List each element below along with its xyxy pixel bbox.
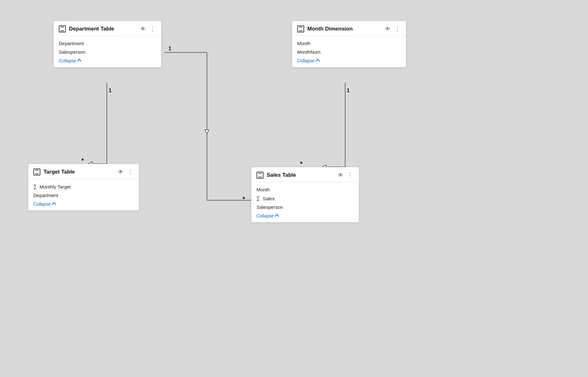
sales-field-salesperson: Salesperson: [256, 203, 354, 211]
target-field-department: Department: [33, 191, 134, 200]
target-collapse-label: Collapse: [33, 202, 51, 207]
target-table-title: Target Table: [44, 169, 114, 175]
sales-table: Sales Table 👁 ⋮ Month ∑ Sales Salesperso…: [251, 167, 359, 223]
month-dimension-table: Month Dimension 👁 ⋮ Month MonthNum Colla…: [292, 21, 406, 67]
month-dimension-table-body: Month MonthNum Collapse: [292, 36, 406, 67]
target-chevron-up-icon: [52, 202, 56, 207]
sales-table-actions: 👁 ⋮: [337, 172, 354, 179]
sales-chevron-up-icon: [275, 214, 279, 218]
department-menu-icon[interactable]: ⋮: [149, 25, 156, 32]
sales-field-label: Sales: [263, 196, 275, 201]
month-dimension-collapse-label: Collapse: [297, 58, 314, 63]
sales-month-field-label: Month: [256, 187, 270, 192]
sales-eye-icon[interactable]: 👁: [337, 172, 344, 179]
department-eye-icon[interactable]: 👁: [140, 25, 147, 32]
sales-field-month: Month: [256, 185, 354, 194]
svg-marker-8: [205, 130, 209, 134]
department-collapse-label: Collapse: [59, 58, 76, 63]
sales-table-body: Month ∑ Sales Salesperson Collapse: [251, 182, 359, 222]
target-eye-icon[interactable]: 👁: [117, 168, 124, 175]
target-table-actions: 👁 ⋮: [117, 168, 134, 175]
month-dimension-eye-icon[interactable]: 👁: [384, 25, 391, 32]
svg-text:*: *: [300, 160, 303, 167]
target-collapse-link[interactable]: Collapse: [33, 200, 134, 207]
sales-field-sales: ∑ Sales: [256, 194, 354, 203]
target-table: Target Table 👁 ⋮ ∑ Monthly Target Depart…: [28, 164, 139, 211]
month-dimension-table-header: Month Dimension 👁 ⋮: [292, 21, 406, 36]
sales-salesperson-field-label: Salesperson: [256, 204, 283, 210]
month-dimension-table-actions: 👁 ⋮: [384, 25, 401, 32]
target-table-icon: [33, 168, 40, 175]
sales-collapse-link[interactable]: Collapse: [256, 211, 354, 219]
department-field-department: Department: [59, 39, 156, 48]
month-dimension-field-monthnum: MonthNum: [297, 48, 401, 56]
sales-table-header: Sales Table 👁 ⋮: [251, 167, 359, 182]
month-dimension-collapse-link[interactable]: Collapse: [297, 56, 401, 64]
target-field-monthly-target: ∑ Monthly Target: [33, 182, 134, 191]
department-table-icon: [59, 25, 66, 32]
month-dimension-table-icon: [297, 25, 304, 32]
month-field-label: Month: [297, 41, 311, 46]
month-dimension-chevron-up-icon: [316, 59, 320, 63]
salesperson-field-label: Salesperson: [59, 49, 85, 55]
department-collapse-link[interactable]: Collapse: [59, 56, 156, 64]
sales-menu-icon[interactable]: ⋮: [347, 172, 354, 179]
sales-sigma-icon: ∑: [256, 195, 260, 201]
target-menu-icon[interactable]: ⋮: [127, 168, 134, 175]
monthnum-field-label: MonthNum: [297, 49, 320, 55]
target-table-body: ∑ Monthly Target Department Collapse: [28, 179, 139, 210]
department-table-header: Department Table 👁 ⋮: [54, 21, 161, 36]
monthly-target-field-label: Monthly Target: [39, 184, 71, 189]
sales-table-title: Sales Table: [267, 172, 334, 178]
department-table: Department Table 👁 ⋮ Department Salesper…: [53, 21, 161, 67]
svg-text:1: 1: [109, 88, 112, 93]
department-table-actions: 👁 ⋮: [140, 25, 156, 32]
target-department-field-label: Department: [33, 193, 58, 198]
svg-text:*: *: [243, 195, 245, 202]
svg-text:1: 1: [168, 46, 171, 51]
department-field-salesperson: Salesperson: [59, 48, 156, 56]
sales-table-icon: [256, 172, 263, 179]
department-table-body: Department Salesperson Collapse: [54, 36, 161, 67]
department-chevron-up-icon: [77, 59, 82, 63]
department-table-title: Department Table: [69, 26, 136, 32]
monthly-target-sigma-icon: ∑: [33, 184, 37, 189]
svg-text:*: *: [81, 157, 84, 164]
svg-text:1: 1: [347, 88, 350, 93]
department-field-label: Department: [59, 41, 84, 46]
sales-collapse-label: Collapse: [256, 213, 274, 218]
target-table-header: Target Table 👁 ⋮: [28, 164, 139, 179]
month-dimension-table-title: Month Dimension: [307, 26, 381, 32]
month-dimension-field-month: Month: [297, 39, 401, 48]
month-dimension-menu-icon[interactable]: ⋮: [394, 25, 401, 32]
